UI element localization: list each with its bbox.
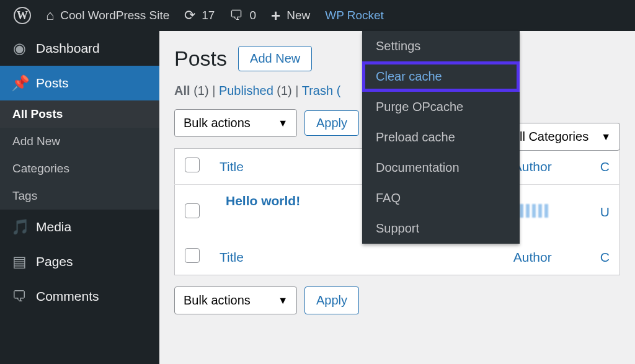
chevron-down-icon: ▼: [278, 295, 288, 306]
admin-bar: W ⌂ Cool WordPress Site ⟳ 17 🗨 0 + New W…: [0, 0, 635, 31]
home-icon: ⌂: [46, 7, 54, 24]
comments-bubble[interactable]: 🗨 0: [222, 0, 264, 31]
sidebar-label: Dashboard: [36, 41, 100, 56]
sidebar-item-media[interactable]: 🎵 Media: [0, 210, 159, 244]
admin-sidebar: ◉ Dashboard 📌 Posts All Posts Add New Ca…: [0, 31, 159, 364]
category-filter-wrap: All Categories ▼: [502, 123, 620, 151]
column-title-bottom[interactable]: Title: [210, 239, 504, 275]
new-content[interactable]: + New: [264, 0, 318, 31]
cat-label: All Categories: [512, 130, 589, 144]
bulk-actions-row-bottom: Bulk actions ▼ Apply: [174, 286, 620, 314]
media-icon: 🎵: [11, 218, 27, 236]
sidebar-item-dashboard[interactable]: ◉ Dashboard: [0, 31, 159, 66]
filter-published[interactable]: Published (1): [219, 84, 292, 97]
plus-icon: +: [271, 6, 280, 25]
apply-button-bottom[interactable]: Apply: [304, 286, 359, 314]
pin-icon: 📌: [11, 74, 27, 92]
wprocket-dropdown: Settings Clear cache Purge OPcache Prelo…: [362, 31, 520, 244]
wprocket-menu[interactable]: WP Rocket: [318, 0, 391, 31]
sidebar-item-pages[interactable]: ▤ Pages: [0, 244, 159, 279]
chevron-down-icon: ▼: [601, 131, 611, 143]
bulk-label: Bulk actions: [184, 293, 251, 308]
sidebar-sub-categories[interactable]: Categories: [0, 155, 159, 182]
wp-logo[interactable]: W: [6, 0, 38, 31]
dashboard-icon: ◉: [11, 40, 27, 57]
page-title: Posts: [174, 47, 227, 71]
wordpress-icon: W: [14, 7, 31, 24]
filter-trash[interactable]: Trash (: [302, 84, 341, 97]
site-name-label: Cool WordPress Site: [60, 9, 169, 22]
column-author-bottom[interactable]: Author: [504, 239, 590, 275]
sidebar-label: Media: [36, 220, 71, 234]
dropdown-item-clear-cache[interactable]: Clear cache: [362, 61, 520, 92]
dropdown-item-purge-opcache[interactable]: Purge OPcache: [362, 92, 520, 122]
filter-all[interactable]: All (1): [174, 84, 209, 97]
apply-button-top[interactable]: Apply: [304, 110, 359, 136]
add-new-button[interactable]: Add New: [238, 46, 312, 71]
comments-count: 0: [249, 9, 256, 22]
category-link[interactable]: U: [590, 185, 620, 240]
chevron-down-icon: ▼: [278, 118, 288, 129]
comment-icon: 🗨: [229, 7, 243, 24]
post-title-link[interactable]: Hello world!: [220, 193, 300, 208]
sidebar-label: Pages: [36, 254, 73, 269]
row-checkbox[interactable]: [185, 203, 200, 218]
sidebar-sub-add-new[interactable]: Add New: [0, 128, 159, 155]
bulk-actions-select[interactable]: Bulk actions ▼: [174, 109, 297, 137]
comments-icon: 🗨: [11, 288, 27, 305]
updates[interactable]: ⟳ 17: [177, 0, 222, 31]
sidebar-item-posts[interactable]: 📌 Posts: [0, 66, 159, 100]
sidebar-label: Comments: [36, 289, 99, 304]
dropdown-item-preload-cache[interactable]: Preload cache: [362, 122, 520, 153]
dropdown-item-documentation[interactable]: Documentation: [362, 153, 520, 183]
sidebar-sub-tags[interactable]: Tags: [0, 182, 159, 210]
pages-icon: ▤: [11, 253, 27, 270]
wprocket-label: WP Rocket: [325, 9, 384, 22]
column-categories[interactable]: C: [590, 149, 620, 185]
bulk-label: Bulk actions: [184, 116, 251, 130]
select-all-checkbox-bottom[interactable]: [185, 248, 200, 263]
new-label: New: [286, 9, 310, 22]
dropdown-item-support[interactable]: Support: [362, 213, 520, 244]
column-categories-bottom[interactable]: C: [590, 239, 620, 275]
site-name[interactable]: ⌂ Cool WordPress Site: [38, 0, 177, 31]
sidebar-item-comments[interactable]: 🗨 Comments: [0, 279, 159, 314]
select-all-checkbox[interactable]: [185, 158, 200, 172]
bulk-actions-select-bottom[interactable]: Bulk actions ▼: [174, 286, 297, 314]
dropdown-item-settings[interactable]: Settings: [362, 31, 520, 61]
refresh-icon: ⟳: [184, 7, 195, 24]
category-filter-select[interactable]: All Categories ▼: [502, 123, 620, 151]
dropdown-item-faq[interactable]: FAQ: [362, 183, 520, 213]
sidebar-label: Posts: [36, 76, 69, 91]
updates-count: 17: [202, 9, 215, 22]
sidebar-sub-all-posts[interactable]: All Posts: [0, 100, 159, 128]
